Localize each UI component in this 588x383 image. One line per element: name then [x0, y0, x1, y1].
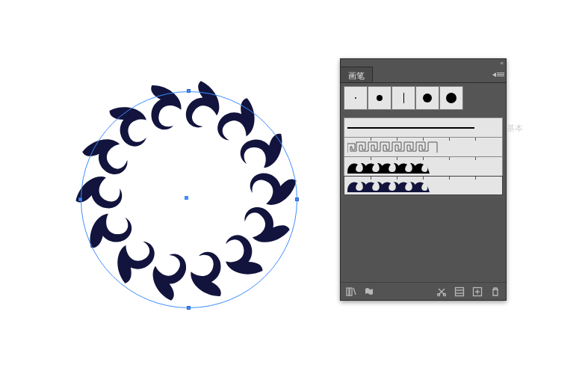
remove-stroke-icon[interactable] — [436, 286, 448, 298]
center-point — [185, 196, 188, 200]
brush-row-black-ribbon[interactable] — [344, 156, 503, 176]
bar-icon — [403, 93, 404, 103]
tab-brushes[interactable]: 画笔 — [341, 67, 373, 82]
svg-rect-1 — [350, 288, 352, 295]
size-swatch-1[interactable] — [344, 86, 368, 110]
panel-menu-button[interactable] — [491, 67, 506, 82]
panel-top-bar: « — [341, 59, 506, 67]
anchor-point[interactable] — [187, 306, 191, 310]
panel-body: 基本 — [341, 83, 506, 198]
brush-row-greek[interactable] — [344, 137, 503, 156]
dot-icon — [377, 95, 383, 101]
new-brush-icon[interactable] — [471, 286, 483, 298]
size-swatch-2[interactable] — [368, 86, 392, 110]
panel-footer — [341, 282, 506, 300]
brush-row-basic[interactable]: 基本 — [344, 117, 503, 137]
size-swatch-5[interactable] — [439, 86, 463, 110]
brush-size-swatches — [344, 86, 503, 110]
navy-ribbon-brush-preview — [347, 179, 430, 192]
library-menu-icon[interactable] — [363, 286, 375, 298]
panel-header: 画笔 — [341, 67, 506, 83]
brush-library-icon[interactable] — [345, 286, 357, 298]
brush-row-navy-ribbon[interactable] — [344, 176, 503, 195]
anchor-point[interactable] — [187, 89, 191, 93]
dot-icon — [355, 97, 356, 99]
tab-label: 画笔 — [348, 71, 365, 80]
canvas-area — [0, 0, 340, 383]
brush-label: 基本 — [507, 123, 523, 134]
greek-key-brush-preview — [347, 141, 474, 154]
ribbon-ring-artwork[interactable] — [63, 67, 309, 314]
brushes-panel: « 画笔 基本 — [340, 58, 507, 301]
delete-brush-icon[interactable] — [489, 286, 501, 298]
panel-empty-area — [341, 198, 506, 282]
brush-list: 基本 — [344, 117, 503, 195]
size-swatch-3[interactable] — [392, 86, 415, 110]
dot-icon — [423, 94, 432, 102]
menu-lines-icon — [497, 73, 504, 76]
list-view-icon[interactable] — [454, 286, 465, 298]
basic-brush-preview — [347, 127, 474, 129]
selection-path-circle[interactable] — [81, 91, 297, 308]
black-ribbon-brush-preview — [347, 160, 430, 174]
collapse-icon[interactable]: « — [501, 60, 503, 67]
menu-triangle-icon — [492, 73, 496, 77]
dot-icon — [446, 93, 457, 103]
svg-rect-0 — [347, 288, 349, 295]
svg-rect-4 — [456, 287, 464, 295]
size-swatch-4[interactable] — [415, 86, 439, 110]
anchor-point[interactable] — [295, 197, 299, 201]
anchor-point[interactable] — [78, 197, 82, 201]
